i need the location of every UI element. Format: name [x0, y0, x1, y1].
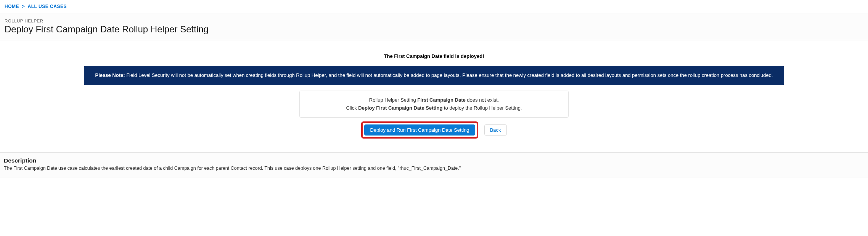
- breadcrumb-separator: >: [21, 4, 26, 9]
- description-title: Description: [4, 157, 864, 164]
- card-line1-bold: First Campaign Date: [417, 97, 465, 103]
- card-line2-pre: Click: [346, 105, 358, 111]
- card-line2-bold: Deploy First Campaign Date Setting: [358, 105, 442, 111]
- breadcrumb-all-use-cases-link[interactable]: ALL USE CASES: [28, 4, 67, 9]
- deploy-button-highlight: Deploy and Run First Campaign Date Setti…: [361, 121, 478, 139]
- card-line-2: Click Deploy First Campaign Date Setting…: [312, 104, 556, 112]
- breadcrumb: HOME > ALL USE CASES: [0, 0, 868, 13]
- page-eyebrow: ROLLUP HELPER: [5, 19, 863, 23]
- note-text: Field Level Security will not be automat…: [125, 72, 773, 78]
- content-area: The First Campaign Date field is deploye…: [0, 53, 868, 146]
- description-body: The First Campaign Date use case calcula…: [4, 166, 864, 171]
- card-line-1: Rollup Helper Setting First Campaign Dat…: [312, 96, 556, 104]
- page-title: Deploy First Campaign Date Rollup Helper…: [5, 24, 863, 35]
- button-row: Deploy and Run First Campaign Date Setti…: [0, 121, 868, 139]
- note-label: Please Note:: [95, 72, 125, 78]
- card-line2-post: to deploy the Rollup Helper Setting.: [442, 105, 522, 111]
- setting-card: Rollup Helper Setting First Campaign Dat…: [299, 91, 569, 118]
- back-button[interactable]: Back: [484, 124, 507, 136]
- card-line1-post: does not exist.: [466, 97, 499, 103]
- description-section: Description The First Campaign Date use …: [0, 152, 868, 177]
- deployed-status: The First Campaign Date field is deploye…: [0, 53, 868, 59]
- page-header: ROLLUP HELPER Deploy First Campaign Date…: [0, 13, 868, 40]
- breadcrumb-home-link[interactable]: HOME: [5, 4, 19, 9]
- note-box: Please Note: Field Level Security will n…: [84, 66, 784, 85]
- deploy-and-run-button[interactable]: Deploy and Run First Campaign Date Setti…: [364, 124, 475, 136]
- card-line1-pre: Rollup Helper Setting: [369, 97, 417, 103]
